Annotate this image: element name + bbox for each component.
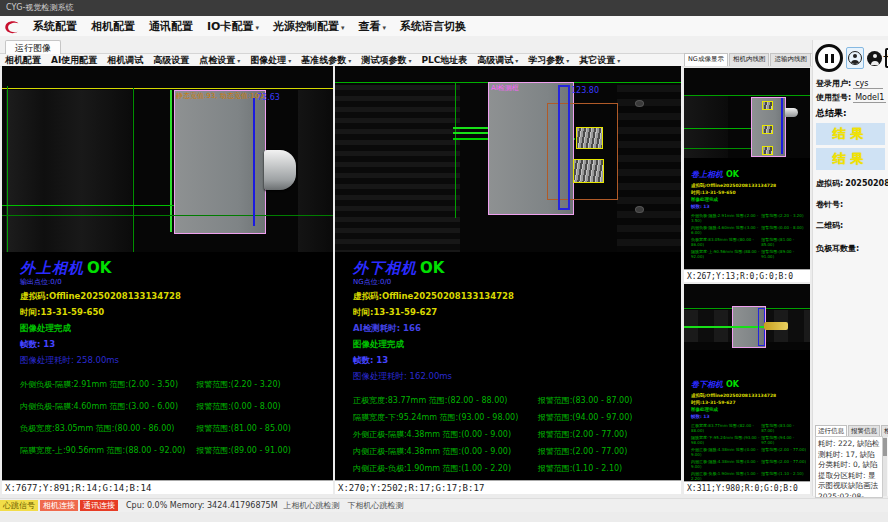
measurement-value: 内侧正极-隔膜:4.38mm 范围:(0.00 - 9.00): [691, 459, 761, 469]
camera-title: 卷下相机: [691, 380, 723, 389]
measurement-row: 外侧正极-隔膜:4.38mm 范围:(0.00 - 9.00)报警范围:(2.0…: [353, 429, 677, 440]
log-scrollbar-thumb[interactable]: [883, 438, 887, 456]
result-box-1: 结果: [816, 123, 885, 145]
camera-image-mini-top[interactable]: [684, 68, 810, 158]
measurement-value: 内侧正极-负极:1.90mm 范围:(1.00 - 2.20): [353, 463, 538, 474]
mini-view-tabs: NG成像显示相机内线图运输内线图: [684, 53, 810, 66]
person-icon: [848, 51, 862, 65]
ear-count-field: 负极耳数量:: [816, 243, 886, 254]
status-bar: 心跳信号相机连接通讯连接 Cpu: 0.0% Memory: 3424.4179…: [0, 498, 888, 512]
measurement-row: 内侧负极-隔膜:4.60mm 范围:(3.00 - 6.00)报警范围:(0.0…: [691, 225, 808, 235]
toolbar-item[interactable]: 基准线参数▾: [296, 54, 356, 67]
machine-panel: [335, 85, 460, 252]
camera-image-left[interactable]: 静态宽值:93, 动态宽值:100 73.63: [2, 66, 333, 252]
menu-item[interactable]: 相机配置: [84, 19, 142, 34]
measurement-value: 内侧负极-隔膜:4.60mm 范围:(3.00 - 6.00): [691, 225, 761, 235]
camera-image-middle[interactable]: AI检测框 123.80: [335, 66, 681, 252]
electrode-detect-box: [762, 125, 773, 134]
width-value-label: 静态宽值:93, 动态宽值:100: [176, 91, 263, 101]
measurement-value: 负极宽度:83.05mm 范围:(80.00 - 86.00): [691, 237, 761, 247]
camera-title: 外下相机: [353, 259, 417, 277]
ng-points-label: NG点位:0/0: [353, 277, 677, 287]
measurement-value: 内侧正极-负极:1.90mm 范围:(1.00 - 2.20): [691, 471, 761, 481]
toolbar-item[interactable]: 图像处理▾: [245, 54, 296, 67]
measurement-value: 负极宽度:83.05mm 范围:(80.00 - 86.00): [20, 423, 196, 434]
alarm-range: 报警范围:(81.00 - 85.00): [196, 423, 329, 434]
camera-view-mini-top: 卷上相机OK 虚拟码:Offline20250208133134728 时间:1…: [684, 68, 810, 282]
toolbar-item[interactable]: PLC地址表: [416, 54, 472, 67]
toolbar-item[interactable]: 高级设置: [148, 54, 194, 67]
time-label: 时间:13-31-59-650: [20, 307, 329, 319]
total-result-label: 总结果:: [816, 107, 886, 120]
user-profile-button[interactable]: [846, 47, 864, 69]
measurement-row: 外侧负极-隔膜:2.91mm 范围:(2.00 - 3.50)报警范围:(2.2…: [691, 213, 808, 223]
menu-item[interactable]: 光源控制配置▾: [266, 19, 352, 34]
measurement-row: 隔膜宽度-下:95.24mm 范围:(93.00 - 98.00)报警范围:(9…: [353, 412, 677, 423]
dropdown-arrow-icon: ▾: [348, 57, 351, 64]
alarm-range: 报警范围:(94.00 - 97.00): [761, 435, 808, 445]
measurement-row: 隔膜宽度-上:90.56mm 范围:(88.00 - 92.00)报警范围:(8…: [20, 445, 329, 456]
mini-view-tab[interactable]: 相机内线图: [729, 53, 770, 66]
menu-items: 系统配置相机配置通讯配置IO卡配置▾光源控制配置▾查看▾系统语言切换: [26, 19, 473, 34]
measurement-row: 内侧正极-隔膜:4.38mm 范围:(0.00 - 9.00)报警范围:(2.0…: [691, 459, 808, 469]
measure-green-line: [684, 326, 764, 328]
pause-button[interactable]: [815, 44, 843, 72]
measurement-rows: 正极宽度:83.77mm 范围:(82.00 - 88.00)报警范围:(83.…: [353, 395, 677, 491]
measure-green-line: [2, 215, 333, 216]
measurement-row: 内侧正极-负极:1.90mm 范围:(1.00 - 2.20)报警范围:(1.1…: [691, 471, 808, 481]
right-control-panel: 登录用户:cys 使用型号:Model1 总结果: 结果 结果 虚拟码:2025…: [812, 40, 888, 496]
toolbar-item[interactable]: AI使用配置: [46, 54, 102, 67]
screw-head: [635, 100, 644, 107]
qr-field: 二维码:: [816, 220, 886, 231]
frame-count-label: 帧数: 13: [691, 204, 808, 209]
virtual-code-field: 虚拟码:20250208: [816, 178, 886, 189]
menu-item[interactable]: 查看▾: [351, 19, 393, 34]
toolbar-item[interactable]: 测试项参数▾: [356, 54, 416, 67]
camera-result-text-middle: 外下相机OK NG点位:0/0 虚拟码:Offline2025020813313…: [353, 258, 677, 497]
measurement-rows: 外侧负极-隔膜:2.91mm 范围:(2.00 - 3.50)报警范围:(2.2…: [20, 379, 329, 456]
user-settings-button[interactable]: [867, 51, 882, 66]
measurement-value: 内侧正极-隔膜:4.38mm 范围:(0.00 - 9.00): [353, 446, 538, 457]
measurement-row: 内侧正极-负极:1.90mm 范围:(1.00 - 2.20)报警范围:(1.1…: [353, 463, 677, 474]
log-scrollbar[interactable]: [883, 436, 887, 496]
virtual-code-label: 虚拟码:Offline20250208133134728: [691, 183, 808, 188]
electrode-detect-box: [762, 146, 773, 155]
measure-blue-box: [558, 85, 570, 210]
menu-item[interactable]: 系统配置: [26, 19, 84, 34]
measurement-value: 隔膜宽度-下:95.24mm 范围:(93.00 - 98.00): [353, 412, 538, 423]
window-title: CYG-视觉检测系统: [6, 3, 73, 12]
toolbar-item[interactable]: 高级调试▾: [472, 54, 523, 67]
mini-view-tab[interactable]: 运输内线图: [770, 53, 811, 66]
toolbar-item[interactable]: 点检设置▾: [194, 54, 245, 67]
camera-view-middle: AI检测框 123.80 外下相机OK NG点位:0/0 虚拟码:Offline…: [335, 66, 681, 494]
camera-image-mini-bottom[interactable]: [684, 284, 810, 350]
dropdown-arrow-icon: ▾: [288, 57, 291, 64]
measurement-row: 隔膜宽度-上:90.56mm 范围:(88.00 - 92.00)报警范围:(8…: [691, 249, 808, 259]
machine-panel: [6, 90, 132, 252]
toolbar-item[interactable]: 相机调试: [102, 54, 148, 67]
processing-done-label: 图像处理完成: [20, 323, 329, 335]
mini-view-tab[interactable]: NG成像显示: [684, 53, 728, 66]
log-body[interactable]: 耗时: 222, 缺陷检测耗时: 17, 缺陷分类耗时: 0, 缺陷提取分区耗时…: [815, 436, 883, 498]
model-value[interactable]: Model1: [853, 93, 886, 103]
time-label: 时间:13-31-59-627: [353, 307, 677, 319]
menu-item[interactable]: IO卡配置▾: [200, 19, 266, 34]
measurement-row: 内侧负极-隔膜:4.60mm 范围:(3.00 - 6.00)报警范围:(0.0…: [20, 401, 329, 412]
alarm-range: 报警范围:(89.00 - 91.00): [761, 249, 808, 259]
toolbar-item[interactable]: 其它设置▾: [574, 54, 625, 67]
ai-elapsed-label: AI检测耗时: 166: [353, 323, 677, 335]
control-buttons: [813, 40, 888, 76]
toolbar-item[interactable]: 相机配置: [0, 54, 46, 67]
alarm-range: 报警范围:(2.00 - 77.00): [761, 459, 808, 469]
menu-item[interactable]: 通讯配置: [142, 19, 200, 34]
electrode-detect-box: [762, 101, 773, 110]
measurement-row: 正极宽度:83.77mm 范围:(82.00 - 88.00)报警范围:(83.…: [353, 395, 677, 406]
heartbeat-labels: 上相机心跳检测下相机心跳检测: [284, 500, 412, 511]
electrode-tab-object: [264, 150, 296, 190]
login-user-value[interactable]: cys: [853, 79, 883, 89]
alarm-range: 报警范围:(2.00 - 77.00): [761, 447, 808, 457]
menu-bar: 系统配置相机配置通讯配置IO卡配置▾光源控制配置▾查看▾系统语言切换: [0, 16, 888, 37]
frame-count-label: 帧数: 13: [20, 339, 329, 351]
menu-item[interactable]: 系统语言切换: [393, 19, 473, 34]
toolbar-item[interactable]: 学习参数▾: [523, 54, 574, 67]
